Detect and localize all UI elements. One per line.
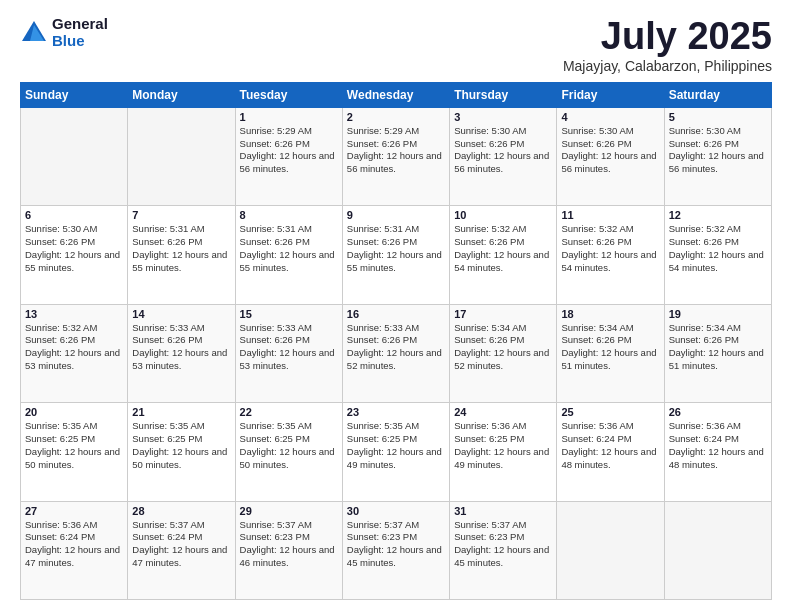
day-number: 6 [25, 209, 123, 221]
logo-text: General Blue [52, 16, 108, 49]
col-wednesday: Wednesday [342, 82, 449, 107]
calendar-cell: 28 Sunrise: 5:37 AMSunset: 6:24 PMDaylig… [128, 501, 235, 599]
title-block: July 2025 Majayjay, Calabarzon, Philippi… [563, 16, 772, 74]
day-detail: Sunrise: 5:36 AMSunset: 6:24 PMDaylight:… [25, 519, 120, 568]
day-number: 18 [561, 308, 659, 320]
calendar-cell: 14 Sunrise: 5:33 AMSunset: 6:26 PMDaylig… [128, 304, 235, 402]
calendar-cell: 13 Sunrise: 5:32 AMSunset: 6:26 PMDaylig… [21, 304, 128, 402]
day-number: 29 [240, 505, 338, 517]
calendar-cell: 17 Sunrise: 5:34 AMSunset: 6:26 PMDaylig… [450, 304, 557, 402]
calendar-cell: 30 Sunrise: 5:37 AMSunset: 6:23 PMDaylig… [342, 501, 449, 599]
week-row-1: 1 Sunrise: 5:29 AMSunset: 6:26 PMDayligh… [21, 107, 772, 205]
day-number: 28 [132, 505, 230, 517]
day-detail: Sunrise: 5:31 AMSunset: 6:26 PMDaylight:… [240, 223, 335, 272]
day-detail: Sunrise: 5:30 AMSunset: 6:26 PMDaylight:… [561, 125, 656, 174]
day-detail: Sunrise: 5:31 AMSunset: 6:26 PMDaylight:… [132, 223, 227, 272]
day-detail: Sunrise: 5:33 AMSunset: 6:26 PMDaylight:… [240, 322, 335, 371]
col-monday: Monday [128, 82, 235, 107]
calendar-cell: 27 Sunrise: 5:36 AMSunset: 6:24 PMDaylig… [21, 501, 128, 599]
day-detail: Sunrise: 5:33 AMSunset: 6:26 PMDaylight:… [347, 322, 442, 371]
calendar-cell: 20 Sunrise: 5:35 AMSunset: 6:25 PMDaylig… [21, 403, 128, 501]
day-number: 17 [454, 308, 552, 320]
calendar-cell: 31 Sunrise: 5:37 AMSunset: 6:23 PMDaylig… [450, 501, 557, 599]
subtitle: Majayjay, Calabarzon, Philippines [563, 58, 772, 74]
logo-general: General [52, 16, 108, 33]
day-number: 11 [561, 209, 659, 221]
day-detail: Sunrise: 5:32 AMSunset: 6:26 PMDaylight:… [25, 322, 120, 371]
day-number: 25 [561, 406, 659, 418]
calendar-cell: 18 Sunrise: 5:34 AMSunset: 6:26 PMDaylig… [557, 304, 664, 402]
calendar-cell [664, 501, 771, 599]
calendar-cell: 7 Sunrise: 5:31 AMSunset: 6:26 PMDayligh… [128, 206, 235, 304]
day-number: 8 [240, 209, 338, 221]
day-number: 24 [454, 406, 552, 418]
logo: General Blue [20, 16, 108, 49]
calendar-cell: 15 Sunrise: 5:33 AMSunset: 6:26 PMDaylig… [235, 304, 342, 402]
day-number: 10 [454, 209, 552, 221]
day-number: 26 [669, 406, 767, 418]
day-detail: Sunrise: 5:32 AMSunset: 6:26 PMDaylight:… [669, 223, 764, 272]
calendar-cell: 8 Sunrise: 5:31 AMSunset: 6:26 PMDayligh… [235, 206, 342, 304]
day-number: 22 [240, 406, 338, 418]
calendar-cell: 9 Sunrise: 5:31 AMSunset: 6:26 PMDayligh… [342, 206, 449, 304]
week-row-3: 13 Sunrise: 5:32 AMSunset: 6:26 PMDaylig… [21, 304, 772, 402]
week-row-2: 6 Sunrise: 5:30 AMSunset: 6:26 PMDayligh… [21, 206, 772, 304]
day-number: 31 [454, 505, 552, 517]
col-saturday: Saturday [664, 82, 771, 107]
week-row-4: 20 Sunrise: 5:35 AMSunset: 6:25 PMDaylig… [21, 403, 772, 501]
day-detail: Sunrise: 5:29 AMSunset: 6:26 PMDaylight:… [240, 125, 335, 174]
day-detail: Sunrise: 5:35 AMSunset: 6:25 PMDaylight:… [347, 420, 442, 469]
day-detail: Sunrise: 5:35 AMSunset: 6:25 PMDaylight:… [132, 420, 227, 469]
day-number: 19 [669, 308, 767, 320]
calendar-cell: 23 Sunrise: 5:35 AMSunset: 6:25 PMDaylig… [342, 403, 449, 501]
day-detail: Sunrise: 5:31 AMSunset: 6:26 PMDaylight:… [347, 223, 442, 272]
header-row: Sunday Monday Tuesday Wednesday Thursday… [21, 82, 772, 107]
day-number: 7 [132, 209, 230, 221]
calendar-cell: 1 Sunrise: 5:29 AMSunset: 6:26 PMDayligh… [235, 107, 342, 205]
day-detail: Sunrise: 5:30 AMSunset: 6:26 PMDaylight:… [454, 125, 549, 174]
calendar-cell [21, 107, 128, 205]
day-detail: Sunrise: 5:32 AMSunset: 6:26 PMDaylight:… [561, 223, 656, 272]
day-detail: Sunrise: 5:37 AMSunset: 6:23 PMDaylight:… [240, 519, 335, 568]
header: General Blue July 2025 Majayjay, Calabar… [20, 16, 772, 74]
calendar-cell [128, 107, 235, 205]
day-number: 1 [240, 111, 338, 123]
day-number: 21 [132, 406, 230, 418]
calendar-cell: 24 Sunrise: 5:36 AMSunset: 6:25 PMDaylig… [450, 403, 557, 501]
week-row-5: 27 Sunrise: 5:36 AMSunset: 6:24 PMDaylig… [21, 501, 772, 599]
col-sunday: Sunday [21, 82, 128, 107]
day-detail: Sunrise: 5:36 AMSunset: 6:24 PMDaylight:… [669, 420, 764, 469]
calendar-cell: 10 Sunrise: 5:32 AMSunset: 6:26 PMDaylig… [450, 206, 557, 304]
logo-icon [20, 19, 48, 47]
day-number: 4 [561, 111, 659, 123]
col-friday: Friday [557, 82, 664, 107]
calendar-cell: 2 Sunrise: 5:29 AMSunset: 6:26 PMDayligh… [342, 107, 449, 205]
day-number: 3 [454, 111, 552, 123]
day-detail: Sunrise: 5:37 AMSunset: 6:24 PMDaylight:… [132, 519, 227, 568]
day-detail: Sunrise: 5:34 AMSunset: 6:26 PMDaylight:… [561, 322, 656, 371]
day-number: 13 [25, 308, 123, 320]
day-detail: Sunrise: 5:30 AMSunset: 6:26 PMDaylight:… [669, 125, 764, 174]
day-number: 2 [347, 111, 445, 123]
logo-blue: Blue [52, 33, 108, 50]
calendar-cell: 26 Sunrise: 5:36 AMSunset: 6:24 PMDaylig… [664, 403, 771, 501]
day-detail: Sunrise: 5:36 AMSunset: 6:24 PMDaylight:… [561, 420, 656, 469]
main-title: July 2025 [563, 16, 772, 58]
calendar-cell: 3 Sunrise: 5:30 AMSunset: 6:26 PMDayligh… [450, 107, 557, 205]
calendar-table: Sunday Monday Tuesday Wednesday Thursday… [20, 82, 772, 600]
calendar-cell: 25 Sunrise: 5:36 AMSunset: 6:24 PMDaylig… [557, 403, 664, 501]
page: General Blue July 2025 Majayjay, Calabar… [0, 0, 792, 612]
day-detail: Sunrise: 5:37 AMSunset: 6:23 PMDaylight:… [347, 519, 442, 568]
day-number: 23 [347, 406, 445, 418]
calendar-cell [557, 501, 664, 599]
calendar-cell: 21 Sunrise: 5:35 AMSunset: 6:25 PMDaylig… [128, 403, 235, 501]
calendar-cell: 22 Sunrise: 5:35 AMSunset: 6:25 PMDaylig… [235, 403, 342, 501]
calendar-cell: 4 Sunrise: 5:30 AMSunset: 6:26 PMDayligh… [557, 107, 664, 205]
day-number: 27 [25, 505, 123, 517]
calendar-cell: 19 Sunrise: 5:34 AMSunset: 6:26 PMDaylig… [664, 304, 771, 402]
calendar-cell: 29 Sunrise: 5:37 AMSunset: 6:23 PMDaylig… [235, 501, 342, 599]
day-number: 20 [25, 406, 123, 418]
calendar-cell: 16 Sunrise: 5:33 AMSunset: 6:26 PMDaylig… [342, 304, 449, 402]
day-number: 14 [132, 308, 230, 320]
calendar-cell: 12 Sunrise: 5:32 AMSunset: 6:26 PMDaylig… [664, 206, 771, 304]
